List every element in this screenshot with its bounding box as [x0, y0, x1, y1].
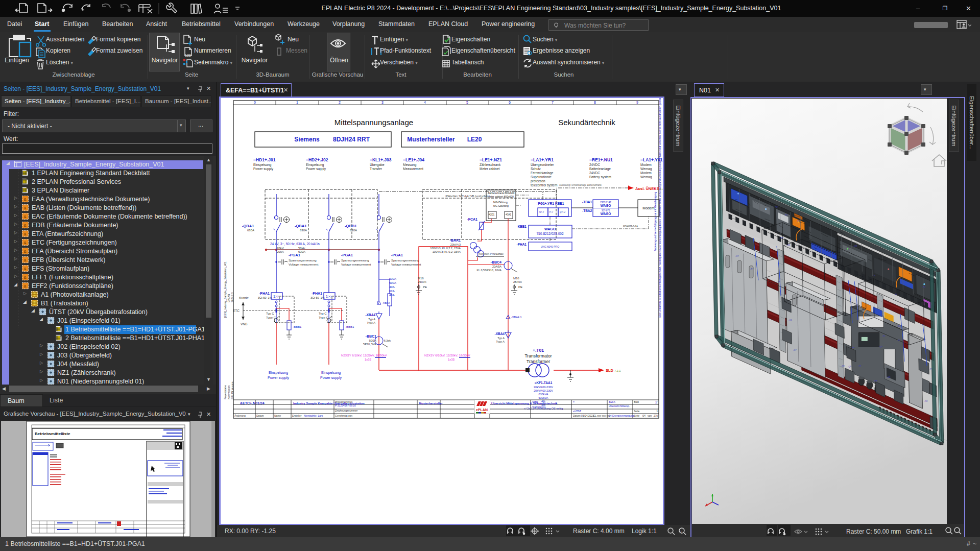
svg-text:-K6: -K6 [851, 346, 855, 349]
svg-text:Einspeisung: Einspeisung [269, 371, 288, 375]
svg-text:-K7: -K7 [793, 349, 797, 351]
svg-text:630kVA: 630kVA [539, 393, 548, 396]
svg-text:Voltage measurement: Voltage measurement [289, 263, 319, 266]
svg-text:-X7: -X7 [735, 255, 739, 257]
svg-text:-K9: -K9 [887, 376, 891, 378]
svg-text:SLD: SLD [606, 368, 614, 373]
svg-text:Einspeisung: Einspeisung [306, 163, 324, 167]
svg-text:-BAA1: -BAA1 [450, 238, 461, 242]
svg-text:-T7: -T7 [894, 293, 898, 296]
svg-text:20A/5A: 20A/5A [492, 265, 501, 268]
svg-text:Blatt: Blatt [634, 400, 639, 403]
svg-text:3/Wschki / NZ/ dyk/ VB (unt/ry: 3/Wschki / NZ/ dyk/ VB (unt/ryrfkt) [445, 195, 488, 198]
svg-text:Power supply: Power supply [306, 167, 326, 171]
svg-text:P:31234567.09.10: P:31234567.09.10 [335, 404, 356, 407]
svg-text:20kV/√3: 20kV/√3 [450, 243, 461, 246]
svg-text:1>>: 1>> [273, 295, 279, 298]
svg-text:Trafostation: Trafostation [532, 405, 545, 409]
svg-text:24VDC: 24VDC [589, 171, 600, 175]
svg-text:2024.0.3: 2024.0.3 [231, 292, 234, 302]
svg-text:Meter cabinet 800x600: Meter cabinet 800x600 [488, 195, 514, 198]
svg-text:Type A: Type A [496, 340, 505, 343]
svg-text:PE: PE [518, 285, 522, 289]
svg-text:=LE1+.J04: =LE1+.J04 [403, 157, 424, 162]
svg-text:Transfer: Transfer [370, 167, 383, 171]
svg-text:=KL1+.J03: =KL1+.J03 [370, 157, 392, 162]
svg-text:Type C: Type C [266, 316, 276, 319]
svg-text:Meter cabinet: Meter cabinet [480, 167, 500, 171]
svg-text:20kV/400-230V: 20kV/400-230V [534, 386, 553, 389]
svg-text:-BBC1: -BBC1 [366, 334, 376, 338]
svg-text:-F1: -F1 [797, 220, 800, 222]
svg-text:LE20: LE20 [467, 136, 482, 143]
svg-text:-K8: -K8 [874, 379, 877, 382]
svg-text:Schutz: Schutz [531, 167, 541, 171]
svg-text:Übersicht Mittelspannung & Sek: Übersicht Mittelspannung & Sekundärtechn… [491, 402, 558, 405]
svg-text:-T5: -T5 [872, 274, 875, 277]
svg-text:-Q8: -Q8 [853, 245, 857, 247]
svg-text:Name: Name [274, 414, 281, 417]
svg-text:-QBB1: -QBB1 [345, 224, 356, 228]
svg-text:Modem: Modem [640, 163, 652, 166]
svg-text:-X9: -X9 [841, 365, 845, 367]
svg-text:-XBA4 1: -XBA4 1 [511, 316, 521, 319]
svg-text:EPLAN: EPLAN [227, 294, 230, 302]
svg-text:UNG 6040-PRO: UNG 6040-PRO [541, 245, 559, 248]
svg-text:Spannungsmessung: Spannungsmessung [289, 259, 317, 262]
svg-text:Power supply: Power supply [268, 376, 290, 380]
svg-text:Type A: Type A [367, 321, 375, 324]
svg-text:=LA1+.YR1: =LA1+.YR1 [531, 157, 554, 162]
svg-text:Kl. 0,5SFS10; 10VA: Kl. 0,5SFS10; 10VA [476, 269, 501, 272]
svg-text:Power supply: Power supply [320, 376, 342, 380]
svg-text:-K9: -K9 [780, 236, 783, 239]
svg-text:Fernwirkanlage: Fernwirkanlage [531, 171, 554, 175]
svg-text:-PHA1: -PHA1 [259, 292, 270, 295]
svg-text:20kA: 20kA [277, 250, 284, 253]
svg-text:Übersicht Mittelsp.: Übersicht Mittelsp. [609, 404, 630, 408]
svg-text:Musterhersteller: Musterhersteller [419, 402, 443, 405]
svg-text:1: 1 [296, 101, 298, 104]
svg-text:20kV/400-230V: 20kV/400-230V [534, 389, 553, 392]
svg-text:Änderung: Änderung [234, 414, 246, 417]
svg-text:Modem: Modem [640, 171, 652, 175]
svg-text:-T7: -T7 [858, 365, 862, 367]
svg-text:24 kV, 3~, 50 Hz, 630 A, 20 kA: 24 kV, 3~, 50 Hz, 630 A, 20 kA/1s [270, 242, 320, 246]
svg-text:6.3wk: 6.3wk [384, 339, 391, 342]
svg-text:Betriebsmittelliste: Betriebsmittelliste [35, 432, 70, 436]
svg-text:Ausl. ÜNEKS: Ausl. ÜNEKS [635, 186, 659, 191]
svg-text:[EES]_Industry_Sample_Energy_S: [EES]_Industry_Sample_Energy_Substation_… [224, 261, 227, 318]
svg-text:1x35: 1x35 [365, 358, 372, 361]
svg-text:Übergabe: Übergabe [370, 163, 385, 167]
svg-text:50/1A: 50/1A [369, 339, 377, 342]
svg-text:-QBA1: -QBA1 [242, 224, 254, 228]
svg-text:=: = [573, 400, 575, 403]
svg-text:telecontrol system: telecontrol system [531, 183, 557, 187]
svg-text:-XBA4: -XBA4 [494, 332, 505, 336]
svg-text:=RE1+.NU1: =RE1+.NU1 [589, 157, 613, 162]
svg-text:2: 2 [655, 400, 658, 404]
svg-text:Transformer: Transformer [527, 359, 550, 364]
svg-text:630A: 630A [300, 229, 307, 232]
svg-text:MS/4829-0-2A: MS/4829-0-2A [623, 225, 638, 228]
svg-text:5: 5 [466, 101, 468, 104]
svg-text:Battery system: Battery system [589, 175, 611, 179]
svg-text:Anderung und Vervielfaltigung: Anderung und Vervielfaltigung nur mit Ge… [654, 192, 657, 251]
svg-text:Musterhersteller: Musterhersteller [407, 136, 455, 143]
svg-text:-F4: -F4 [897, 325, 901, 327]
svg-text:630A: 630A [247, 229, 254, 232]
svg-text:M16: M16 [418, 277, 424, 280]
svg-text:-F7: -F7 [750, 268, 754, 270]
svg-text:1>>: 1>> [326, 295, 332, 298]
svg-text:40A: 40A [389, 285, 395, 289]
svg-text:24VDC: 24VDC [589, 163, 600, 166]
svg-text:-BBB1: -BBB1 [345, 325, 354, 328]
svg-text:Zeichnungsnummer: Zeichnungsnummer [335, 409, 358, 412]
svg-text:EPLAN Version: EPLAN Version [231, 381, 234, 399]
svg-text:M16: M16 [513, 277, 519, 280]
svg-text:Einspeisung: Einspeisung [253, 163, 272, 167]
svg-text:Genehmigt von: Genehmigt von [335, 414, 352, 417]
svg-text:-KEB1: -KEB1 [516, 225, 527, 228]
svg-text:Wemag: Wemag [640, 167, 652, 171]
svg-text:Q<-U: Q<-U [560, 211, 565, 213]
svg-text:3Ct-50_1%: 3Ct-50_1% [258, 296, 272, 299]
